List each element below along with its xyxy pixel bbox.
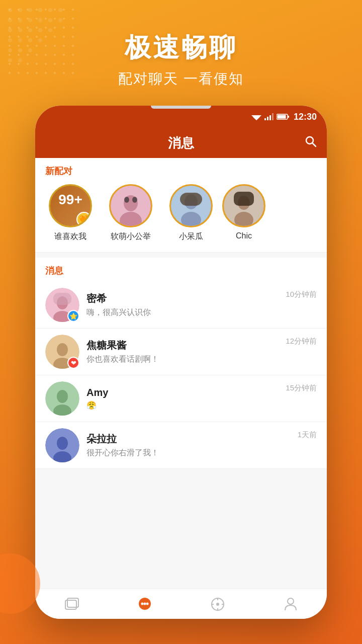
svg-marker-27 [253, 117, 260, 120]
profile-icon [283, 597, 298, 611]
content-area: 新配对 99+ 🧡 谁喜欢我 [35, 158, 327, 589]
heart-badge: 🧡 [76, 212, 92, 227]
match-name-3: Chic [236, 231, 252, 240]
svg-rect-33 [288, 116, 289, 118]
msg-preview-duolala: 很开心你右滑了我！ [86, 448, 291, 458]
message-item-duolala[interactable]: 朵拉拉 很开心你右滑了我！ 1天前 [35, 422, 327, 469]
svg-point-11 [58, 18, 62, 22]
svg-point-25 [18, 58, 22, 62]
match-avatar-2 [169, 184, 213, 227]
match-item-2[interactable]: 小呆瓜 [161, 182, 221, 244]
svg-point-16 [48, 28, 52, 32]
svg-point-61 [57, 437, 68, 450]
svg-point-22 [18, 48, 22, 52]
msg-name-mixi: 密希 [86, 292, 279, 305]
likes-count: 99+ [58, 192, 82, 208]
msg-avatar-jiaotang: ❤ [45, 335, 79, 369]
svg-point-5 [58, 8, 62, 12]
messages-section: 消息 ⭐ 密希 嗨，很高兴认识你 10分钟前 [35, 258, 327, 469]
svg-point-13 [18, 28, 22, 32]
msg-time-jiaotang: 12分钟前 [286, 337, 317, 346]
msg-time-mixi: 10分钟前 [286, 290, 317, 299]
msg-preview-amy: 😤 [86, 400, 279, 410]
cards-icon [64, 597, 79, 611]
svg-point-12 [8, 28, 12, 32]
status-icons [251, 113, 290, 120]
svg-point-21 [8, 48, 12, 52]
match-item-1[interactable]: 软萌小公举 [101, 182, 161, 244]
svg-rect-45 [180, 193, 202, 206]
match-avatar-1 [109, 184, 152, 227]
nav-item-messages[interactable] [125, 589, 165, 619]
msg-content-jiaotang: 焦糖果酱 你也喜欢看话剧啊！ [86, 339, 279, 365]
msg-preview-jiaotang: 你也喜欢看话剧啊！ [86, 354, 279, 365]
compass-icon [210, 597, 225, 611]
svg-point-19 [28, 38, 32, 42]
message-item-jiaotang[interactable]: ❤ 焦糖果酱 你也喜欢看话剧啊！ 12分钟前 [35, 329, 327, 375]
svg-point-10 [48, 18, 52, 22]
battery-icon [277, 113, 290, 120]
svg-point-2 [28, 8, 32, 12]
svg-point-66 [141, 602, 143, 605]
svg-point-9 [38, 18, 42, 22]
nav-item-cards[interactable] [52, 589, 92, 619]
svg-point-24 [8, 58, 12, 62]
decorative-blob [0, 553, 40, 614]
svg-point-58 [57, 390, 68, 403]
svg-rect-34 [277, 115, 286, 119]
msg-preview-mixi: 嗨，很高兴认识你 [86, 307, 279, 318]
status-time: 12:30 [294, 112, 317, 122]
app-header-title: 消息 [168, 134, 194, 152]
svg-point-17 [8, 38, 12, 42]
svg-point-4 [48, 8, 52, 12]
svg-rect-31 [272, 113, 274, 120]
signal-icon [264, 113, 274, 120]
match-name-who-likes-me: 谁喜欢我 [54, 231, 86, 242]
message-item-amy[interactable]: Amy 😤 15分钟前 [35, 375, 327, 422]
svg-point-7 [18, 18, 22, 22]
msg-avatar-duolala [45, 428, 79, 462]
match-item-who-likes-me[interactable]: 99+ 🧡 谁喜欢我 [40, 182, 101, 244]
who-likes-me-avatar: 99+ 🧡 [49, 184, 92, 227]
msg-content-amy: Amy 😤 [86, 387, 279, 410]
bottom-nav [35, 589, 327, 619]
msg-badge-heart: ❤ [67, 357, 79, 369]
nav-item-explore[interactable] [198, 589, 238, 619]
svg-point-71 [216, 603, 219, 606]
svg-point-23 [28, 48, 32, 52]
match-name-1: 软萌小公举 [111, 231, 151, 242]
svg-point-6 [8, 18, 12, 22]
msg-name-amy: Amy [86, 387, 279, 398]
svg-point-8 [28, 18, 32, 22]
svg-point-18 [18, 38, 22, 42]
phone-notch [151, 106, 211, 109]
svg-point-41 [132, 197, 137, 203]
match-name-2: 小呆瓜 [179, 231, 203, 242]
msg-content-mixi: 密希 嗨，很高兴认识你 [86, 292, 279, 318]
search-button[interactable] [305, 135, 317, 150]
svg-rect-53 [53, 293, 71, 305]
svg-line-36 [313, 143, 316, 147]
msg-badge-star: ⭐ [67, 310, 79, 322]
match-item-3[interactable]: Chic [221, 182, 266, 244]
msg-content-duolala: 朵拉拉 很开心你右滑了我！ [86, 432, 291, 458]
svg-rect-30 [269, 115, 271, 120]
svg-point-15 [38, 28, 42, 32]
svg-point-55 [57, 343, 68, 356]
msg-name-duolala: 朵拉拉 [86, 432, 291, 446]
message-item-mixi[interactable]: ⭐ 密希 嗨，很高兴认识你 10分钟前 [35, 282, 327, 329]
svg-point-40 [124, 197, 129, 203]
svg-point-1 [18, 8, 22, 12]
svg-rect-29 [267, 117, 268, 120]
svg-point-76 [288, 598, 294, 604]
svg-point-14 [28, 28, 32, 32]
svg-point-3 [38, 8, 42, 12]
msg-avatar-mixi: ⭐ [45, 288, 79, 322]
nav-item-profile[interactable] [270, 589, 311, 619]
svg-point-67 [143, 602, 146, 605]
phone-mockup: 12:30 消息 新配对 99+ 🧡 谁喜欢我 [35, 106, 327, 619]
status-bar: 12:30 [35, 106, 327, 128]
svg-point-20 [38, 38, 42, 42]
new-matches-section: 新配对 99+ 🧡 谁喜欢我 [35, 158, 327, 253]
msg-name-jiaotang: 焦糖果酱 [86, 339, 279, 352]
